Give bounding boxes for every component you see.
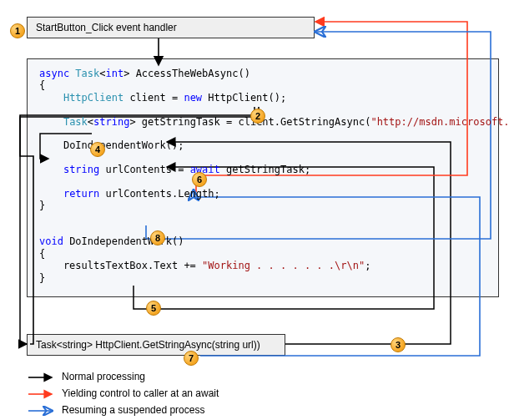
badge-4: 4 bbox=[90, 142, 105, 157]
getstringasync-box: Task<string> HttpClient.GetStringAsync(s… bbox=[27, 334, 285, 356]
code-listing: async Task<int> AccessTheWebAsync() { Ht… bbox=[28, 59, 498, 292]
legend-label-normal: Normal processing bbox=[62, 369, 145, 385]
badge-8: 8 bbox=[150, 230, 165, 245]
legend-label-yield: Yielding control to caller at an await bbox=[62, 386, 219, 402]
badge-2: 2 bbox=[250, 109, 265, 124]
badge-1: 1 bbox=[10, 23, 25, 38]
badge-3: 3 bbox=[391, 337, 406, 352]
getstringasync-label: Task<string> HttpClient.GetStringAsync(s… bbox=[36, 339, 260, 351]
legend: Normal processing Yielding control to ca… bbox=[27, 369, 219, 419]
badge-5: 5 bbox=[146, 301, 161, 316]
code-box: async Task<int> AccessTheWebAsync() { Ht… bbox=[27, 58, 499, 297]
legend-arrow-resume-icon bbox=[27, 405, 55, 417]
startbutton-handler-label: StartButton_Click event handler bbox=[36, 22, 177, 33]
legend-row-normal: Normal processing bbox=[27, 369, 219, 386]
legend-row-resume: Resuming a suspended process bbox=[27, 402, 219, 419]
startbutton-handler-box: StartButton_Click event handler bbox=[27, 17, 315, 38]
badge-7: 7 bbox=[184, 351, 199, 366]
badge-6: 6 bbox=[192, 172, 207, 187]
legend-arrow-yield-icon bbox=[27, 388, 55, 400]
legend-row-yield: Yielding control to caller at an await bbox=[27, 386, 219, 402]
legend-label-resume: Resuming a suspended process bbox=[62, 402, 204, 418]
legend-arrow-normal-icon bbox=[27, 372, 55, 383]
